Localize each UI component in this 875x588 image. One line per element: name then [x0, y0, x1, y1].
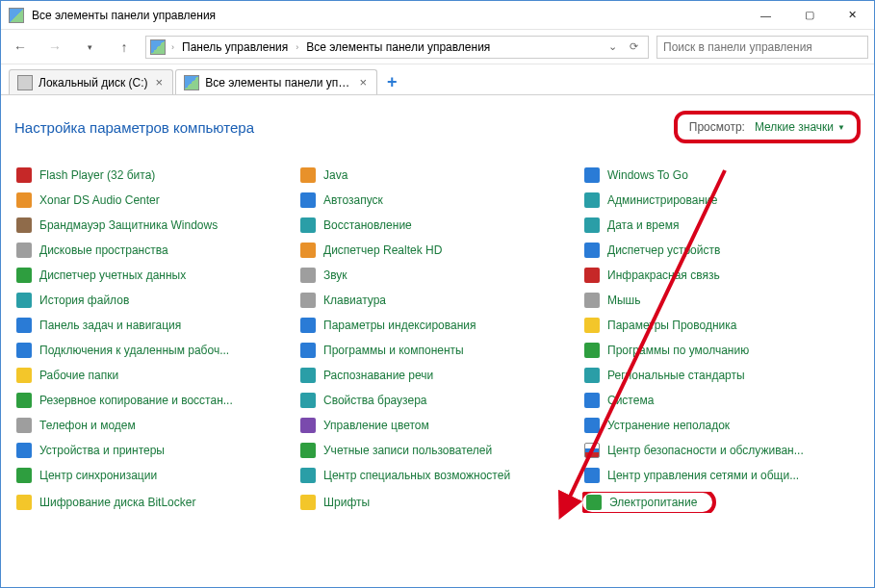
cp-item-realtek[interactable]: Диспетчер Realtek HD [298, 242, 577, 259]
realtek-icon [300, 243, 316, 258]
back-button[interactable]: ← [7, 34, 34, 61]
cp-item-label: Учетные записи пользователей [323, 444, 492, 457]
cp-item-label: Дата и время [607, 218, 679, 232]
cp-item-remoteapp[interactable]: Подключения к удаленным рабоч... [14, 342, 293, 359]
cp-item-devmgr[interactable]: Диспетчер устройств [582, 242, 861, 259]
power-icon [586, 495, 602, 510]
content: Настройка параметров компьютера Просмотр… [1, 95, 874, 519]
cp-item-devices[interactable]: Устройства и принтеры [14, 442, 293, 459]
cp-item-defaults[interactable]: Программы по умолчанию [582, 342, 861, 359]
navbar: ← → ▾ ↑ › Панель управления › Все элемен… [1, 30, 874, 64]
cp-item-firewall[interactable]: Брандмауэр Защитника Windows [14, 217, 293, 234]
cp-item-label: Параметры индексирования [323, 319, 476, 332]
history-dropdown[interactable]: ▾ [76, 34, 103, 61]
cp-item-internet[interactable]: Свойства браузера [298, 392, 577, 409]
cp-item-credential[interactable]: Диспетчер учетных данных [14, 267, 293, 284]
tab-local-disk[interactable]: Локальный диск (C:) × [9, 69, 173, 94]
breadcrumb-root[interactable]: Панель управления [180, 40, 290, 54]
cp-item-java[interactable]: Java [298, 166, 577, 184]
indexing-icon [300, 318, 316, 333]
network-icon [584, 468, 600, 483]
cp-item-label: Резервное копирование и восстан... [39, 394, 233, 407]
tab-close-button[interactable]: × [154, 75, 166, 89]
cp-item-label: Подключения к удаленным рабоч... [39, 344, 229, 357]
cp-item-workfolders[interactable]: Рабочие папки [14, 367, 293, 384]
search-input[interactable] [656, 36, 868, 59]
cp-item-bitlocker[interactable]: Шифрование диска BitLocker [14, 492, 293, 513]
cp-item-region[interactable]: Региональные стандарты [582, 367, 861, 384]
cp-item-flash[interactable]: Flash Player (32 бита) [14, 166, 293, 184]
cp-item-phone[interactable]: Телефон и модем [14, 417, 293, 434]
phone-icon [16, 418, 32, 433]
cp-item-infrared[interactable]: Инфракрасная связь [582, 267, 861, 284]
cp-item-mouse[interactable]: Мышь [582, 292, 861, 309]
cp-item-admin[interactable]: Администрирование [582, 192, 861, 209]
cp-item-filehistory[interactable]: История файлов [14, 292, 293, 309]
cp-item-label: Программы и компоненты [323, 344, 464, 357]
cp-item-label: Программы по умолчанию [607, 344, 749, 357]
folderopt-icon [584, 318, 600, 333]
cp-item-autoplay[interactable]: Автозапуск [298, 192, 577, 209]
address-dropdown-button[interactable]: ⌄ [602, 37, 623, 58]
new-tab-button[interactable]: + [379, 69, 404, 94]
cp-item-backup[interactable]: Резервное копирование и восстан... [14, 392, 293, 409]
refresh-button[interactable]: ⟳ [623, 37, 644, 58]
cp-item-wintogo[interactable]: Windows To Go [582, 166, 861, 184]
cp-item-programs[interactable]: Программы и компоненты [298, 342, 577, 359]
cp-item-troubleshoot[interactable]: Устранение неполадок [582, 417, 861, 434]
cp-item-network[interactable]: Центр управления сетями и общи... [582, 467, 861, 484]
cp-item-recovery[interactable]: Восстановление [298, 217, 577, 234]
cp-item-taskbar[interactable]: Панель задач и навигация [14, 317, 293, 334]
address-bar[interactable]: › Панель управления › Все элементы панел… [145, 36, 649, 59]
view-mode-highlight: Просмотр: Мелкие значки ▼ [674, 111, 861, 143]
forward-button[interactable]: → [41, 34, 68, 61]
cp-item-label: Звук [323, 268, 347, 282]
cp-item-label: Устройства и принтеры [39, 444, 165, 457]
tab-close-button[interactable]: × [358, 75, 370, 89]
cp-item-label: Мышь [607, 294, 641, 307]
cp-item-label: Администрирование [607, 193, 717, 207]
maximize-button[interactable]: ▢ [787, 1, 831, 29]
security-icon [584, 443, 600, 458]
tab-control-panel[interactable]: Все элементы панели управлен... × [175, 69, 377, 94]
cp-item-label: Диспетчер Realtek HD [323, 243, 442, 257]
cp-item-label: Панель задач и навигация [39, 319, 181, 332]
bitlocker-icon [16, 495, 32, 510]
cp-item-label: Клавиатура [323, 294, 386, 307]
cp-item-security[interactable]: Центр безопасности и обслуживан... [582, 442, 861, 459]
cp-item-color[interactable]: Управление цветом [298, 417, 577, 434]
breadcrumb-current[interactable]: Все элементы панели управления [304, 40, 492, 54]
control-panel-icon [184, 75, 199, 90]
cp-item-fonts[interactable]: Шрифты [298, 492, 577, 513]
firewall-icon [16, 217, 32, 233]
cp-item-label: Свойства браузера [323, 394, 427, 407]
cp-item-system[interactable]: Система [582, 392, 861, 409]
cp-item-storagespaces[interactable]: Дисковые пространства [14, 242, 293, 259]
cp-item-label: Устранение неполадок [607, 419, 730, 432]
control-panel-icon [9, 8, 24, 23]
cp-item-xonar[interactable]: Xonar DS Audio Center [14, 192, 293, 209]
synccenter-icon [16, 468, 32, 483]
cp-item-speech[interactable]: Распознавание речи [298, 367, 577, 384]
minimize-button[interactable]: — [744, 1, 787, 29]
cp-item-label: Xonar DS Audio Center [39, 193, 160, 207]
cp-item-synccenter[interactable]: Центр синхронизации [14, 467, 293, 484]
page-title: Настройка параметров компьютера [14, 119, 254, 136]
cp-item-users[interactable]: Учетные записи пользователей [298, 442, 577, 459]
defaults-icon [584, 343, 600, 358]
cp-item-sound[interactable]: Звук [298, 267, 577, 284]
storagespaces-icon [16, 243, 32, 258]
cp-item-label: Windows To Go [607, 168, 688, 182]
cp-item-power[interactable]: Электропитание [582, 492, 861, 513]
cp-item-label: Управление цветом [323, 419, 429, 432]
cp-item-datetime[interactable]: Дата и время [582, 217, 861, 234]
credential-icon [16, 268, 32, 283]
cp-item-folderopt[interactable]: Параметры Проводника [582, 317, 861, 334]
cp-item-easeaccess[interactable]: Центр специальных возможностей [298, 467, 577, 484]
cp-item-label: Инфракрасная связь [607, 268, 720, 282]
cp-item-keyboard[interactable]: Клавиатура [298, 292, 577, 309]
view-mode-dropdown[interactable]: Мелкие значки ▼ [755, 120, 845, 134]
cp-item-indexing[interactable]: Параметры индексирования [298, 317, 577, 334]
up-button[interactable]: ↑ [111, 34, 138, 61]
close-button[interactable]: ✕ [831, 1, 874, 29]
